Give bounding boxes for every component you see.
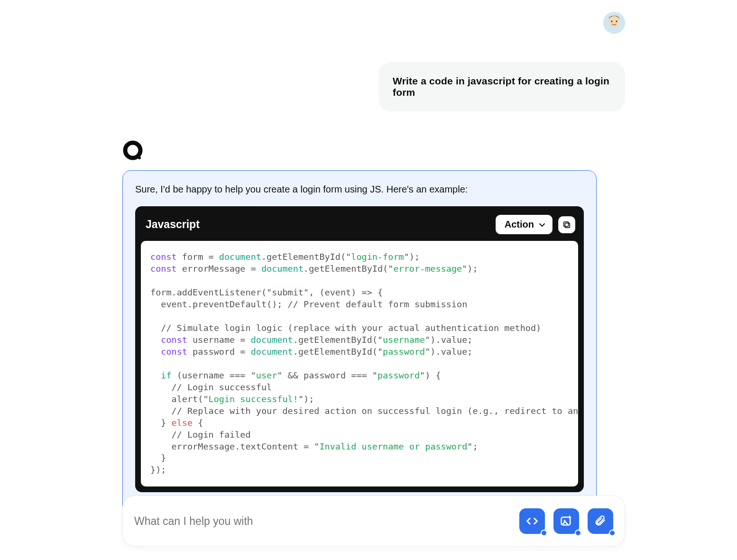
code-panel: Javascript Action: [135, 206, 584, 492]
svg-point-3: [616, 20, 617, 22]
code-mode-button[interactable]: [519, 508, 545, 534]
user-message-bubble: Write a code in javascript for creating …: [378, 62, 625, 111]
assistant-avatar-logo: [122, 140, 144, 162]
paperclip-icon: [594, 515, 607, 527]
image-mode-button[interactable]: [553, 508, 579, 534]
user-message-text: Write a code in javascript for creating …: [393, 75, 609, 98]
code-language-label: Javascript: [146, 218, 200, 231]
user-message-row: Write a code in javascript for creating …: [122, 9, 625, 111]
svg-rect-7: [564, 221, 569, 226]
ring-logo-icon: [122, 140, 144, 162]
assistant-intro-text: Sure, I'd be happy to help you create a …: [135, 184, 584, 195]
copy-icon: [562, 220, 571, 229]
svg-rect-6: [565, 223, 570, 228]
chat-input-dock: [122, 496, 625, 547]
copy-code-button[interactable]: [558, 216, 575, 233]
chat-input[interactable]: [134, 515, 428, 528]
svg-point-4: [125, 143, 140, 158]
svg-point-2: [611, 20, 612, 22]
svg-point-5: [138, 156, 141, 159]
code-action-dropdown[interactable]: Action: [496, 215, 553, 234]
avatar-face-icon: [603, 12, 625, 34]
code-header: Javascript Action: [135, 206, 584, 241]
code-block-content[interactable]: const form = document.getElementById("lo…: [141, 241, 578, 487]
user-avatar: [603, 12, 625, 34]
code-action-label: Action: [505, 219, 534, 230]
assistant-response-card: Sure, I'd be happy to help you create a …: [122, 170, 597, 541]
code-icon: [525, 514, 539, 528]
chevron-down-icon: [539, 221, 545, 228]
image-sparkle-icon: [560, 514, 573, 528]
attachment-button[interactable]: [588, 508, 613, 534]
